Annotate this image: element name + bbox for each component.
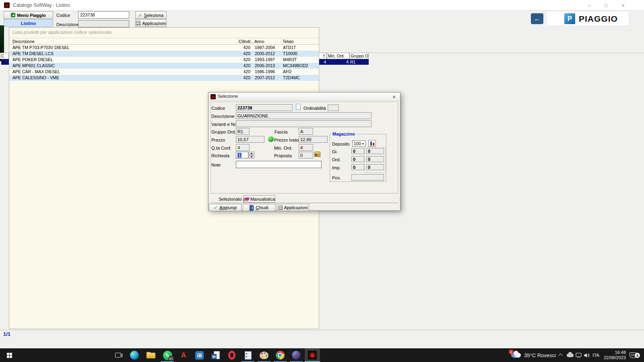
ord-field-2[interactable]: 0 (366, 156, 384, 162)
imp-field-2[interactable]: 0 (366, 164, 384, 170)
check-icon (138, 13, 142, 18)
menu-piaggio-button[interactable]: Menù Piaggio (4, 11, 53, 19)
prezzo-field[interactable]: 10,57 (236, 136, 264, 143)
product-list-header: Descrizione Cilindr.. Anno Telaio (10, 38, 319, 45)
taskbar-item-word[interactable]: W (208, 348, 223, 362)
stock-chart-button[interactable] (368, 140, 376, 147)
volume-tray-button[interactable] (584, 348, 590, 362)
taskbar-item-whatsapp[interactable]: 61 (160, 348, 175, 362)
list-row[interactable]: APE TM P703-P703V DIESEL 420 1987-2004 A… (10, 45, 319, 51)
taskbar-item-store[interactable] (192, 348, 207, 362)
ord-field-1[interactable]: 0 (351, 156, 364, 162)
pos-field[interactable] (351, 174, 384, 181)
magazzino-title: Magazzino (331, 132, 356, 136)
dialog-icon (211, 94, 216, 99)
clock[interactable]: 16:48 22/08/2023 (603, 348, 626, 362)
taskbar-item-catalog-list[interactable] (240, 348, 256, 362)
seleziona-button[interactable]: Seleziona (135, 11, 167, 19)
col-header-cilindrata[interactable]: Cilindr.. (239, 39, 253, 44)
prezzo-ivato-field[interactable]: 12,90 (299, 136, 328, 143)
codice-label: Codice (56, 13, 70, 18)
notification-center-button[interactable]: 4 (629, 348, 637, 362)
dlg-descrizione-field[interactable]: GUARNIZIONE (236, 112, 372, 119)
prezzo-value: 10,57 (237, 137, 249, 142)
list-row[interactable]: APE CALESSINO - VME 420 2007-2012 T2D4MC (10, 75, 319, 81)
dialog-applicazioni-button[interactable]: Applicazioni (277, 204, 309, 211)
start-button[interactable] (2, 348, 17, 362)
cell-anno: 2006-2013 (254, 63, 281, 69)
spinner-up-button[interactable] (249, 152, 254, 155)
taskbar-item-chrome[interactable] (272, 348, 288, 362)
ordinabilita-field[interactable] (328, 105, 339, 111)
tab-listino[interactable]: Listino (4, 19, 53, 27)
back-triangle-icon (11, 13, 15, 17)
taskbar-item-paint[interactable] (256, 348, 272, 362)
bg-table-line (369, 53, 644, 53)
gi-field-1[interactable]: 0 (351, 148, 364, 154)
gruppo-label: Gruppo Ord. (211, 130, 236, 134)
taskbar-item-acrobat[interactable]: A (176, 348, 191, 362)
network-tray-button[interactable] (576, 348, 582, 362)
list-row[interactable]: APE MP601 CLASSIC 420 2006-2013 MC349BOD… (10, 63, 319, 69)
gi-field-2[interactable]: 0 (366, 148, 384, 154)
descrizione-label: Descrizione (56, 22, 79, 27)
list-row[interactable]: APE TM DIESEL LCS 420 2005-2012 T10000 (10, 51, 319, 57)
deposito-select[interactable]: 100 (352, 140, 366, 147)
fascia-field[interactable]: A (299, 128, 313, 135)
close-button[interactable]: × (616, 0, 630, 10)
weather-text: 35°C Rovesci (524, 352, 556, 358)
weather-widget[interactable]: 1 35°C Rovesci (510, 348, 556, 362)
aggiungi-button[interactable]: Aggiungi (209, 204, 242, 211)
col-header-anno[interactable]: Anno (254, 39, 264, 44)
cell-descrizione: APE CALESSINO - VME (12, 75, 234, 81)
qta-conf-field[interactable]: 4 (236, 144, 250, 151)
applicazioni-button[interactable]: Applicazioni (135, 19, 167, 27)
taskbar-item-media-app[interactable] (289, 348, 304, 362)
richiesta-value: 1 (237, 153, 242, 158)
maximize-button[interactable]: □ (599, 0, 613, 10)
cell-cilindrata: 420 (237, 75, 252, 81)
note-field[interactable] (236, 161, 322, 168)
descrizione-input[interactable] (78, 20, 129, 27)
dlg-codice-field[interactable]: 223738 (236, 104, 293, 111)
minimize-button[interactable]: – (582, 0, 596, 10)
tray-chevron-button[interactable] (559, 348, 563, 362)
taskbar-item-edge[interactable] (127, 348, 142, 362)
list-row[interactable]: APE POKER DIESEL 420 1993-1997 M4R3T (10, 57, 319, 63)
proposta-field[interactable]: 0 (299, 152, 313, 158)
chiudi-button[interactable]: Chiudi (243, 204, 275, 211)
taskbar-item-catalogo-softway[interactable] (305, 348, 320, 362)
windows-logo-icon (7, 353, 12, 358)
tab-manualistica[interactable]: Manualistica (243, 195, 275, 203)
order-box-icon[interactable] (314, 152, 320, 157)
min-ord-value: 4 (300, 145, 303, 150)
list-row[interactable]: APE CAR - MAX DIESEL 420 1986-1996 AFD (10, 69, 319, 75)
catalog-list-icon (245, 351, 252, 360)
col-header-descrizione[interactable]: Descrizione (12, 39, 35, 44)
tab-selezionato[interactable]: Selezionato (218, 195, 242, 203)
min-ord-field[interactable]: 4 (299, 144, 313, 151)
richiesta-field[interactable]: 1 (236, 152, 248, 158)
catalogo-softway-icon (308, 351, 317, 360)
product-list-caption: Lista prodotti per applicazioni codice s… (12, 30, 112, 35)
taskbar-item-opera[interactable] (224, 348, 239, 362)
document-icon[interactable] (296, 104, 301, 110)
varianti-field[interactable] (236, 120, 372, 127)
gi-label: Gi. (332, 149, 338, 154)
onedrive-tray-button[interactable] (567, 348, 574, 362)
taskbar-item-file-explorer[interactable] (143, 348, 159, 362)
ord-value-1: 0 (353, 157, 355, 162)
back-button[interactable] (531, 13, 543, 24)
task-view-button[interactable] (110, 348, 126, 362)
cell-anno: 2005-2012 (254, 51, 281, 57)
imp-field-1[interactable]: 0 (351, 164, 364, 170)
column-separator (237, 38, 237, 45)
language-indicator[interactable]: ITA (592, 348, 599, 362)
dialog-close-button[interactable]: × (390, 93, 398, 100)
chevron-down-icon (362, 143, 364, 145)
gruppo-field[interactable]: R1 (236, 128, 250, 135)
codice-input[interactable]: 223738 (78, 11, 129, 19)
spinner-down-button[interactable] (249, 155, 254, 158)
col-header-telaio[interactable]: Telaio (283, 39, 293, 44)
proposta-value: 0 (300, 153, 303, 158)
